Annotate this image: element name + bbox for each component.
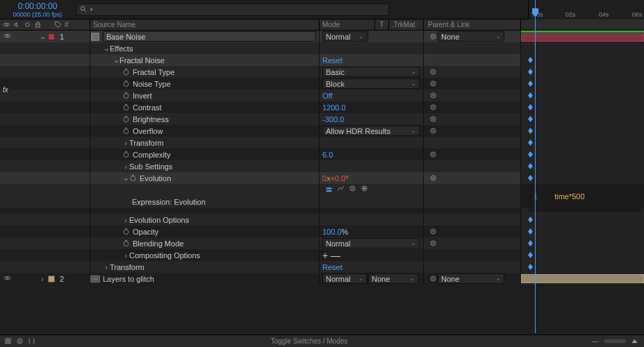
stopwatch-icon[interactable] bbox=[129, 174, 137, 182]
twirl-icon[interactable]: ⌄ bbox=[122, 174, 129, 183]
reset-link[interactable]: Reset bbox=[322, 56, 342, 65]
pickwhip-icon[interactable] bbox=[428, 33, 438, 40]
trkmat-dropdown[interactable]: None⌄ bbox=[368, 273, 418, 284]
zoom-slider[interactable] bbox=[604, 339, 625, 343]
expression-editor[interactable]: 1time*500 bbox=[528, 189, 641, 212]
layer-bar[interactable] bbox=[521, 274, 644, 283]
current-timecode[interactable]: 0:00:00:00 bbox=[3, 1, 72, 11]
frame-blend-icon[interactable] bbox=[4, 337, 12, 345]
pickwhip-icon[interactable] bbox=[428, 115, 438, 123]
stopwatch-icon[interactable] bbox=[122, 127, 130, 135]
search-input[interactable]: ▾ bbox=[76, 3, 389, 16]
pickwhip-icon[interactable] bbox=[428, 127, 438, 135]
visibility-toggle[interactable] bbox=[3, 274, 11, 283]
compositing-options-group[interactable]: Compositing Options bbox=[129, 251, 200, 260]
stopwatch-icon[interactable] bbox=[122, 80, 130, 87]
expression-graph-icon[interactable] bbox=[337, 185, 345, 192]
twirl-icon[interactable]: ⌄ bbox=[113, 56, 119, 65]
expression-enabled-icon[interactable]: 〓 bbox=[325, 185, 333, 195]
evolution-prop[interactable]: Evolution bbox=[140, 174, 171, 183]
visibility-toggle[interactable] bbox=[3, 32, 11, 41]
contrast-prop[interactable]: Contrast bbox=[133, 103, 162, 112]
opacity-value[interactable]: 100.0 bbox=[322, 228, 342, 236]
layer-duration-bar[interactable] bbox=[521, 31, 644, 33]
svg-point-74 bbox=[431, 276, 436, 281]
brightness-value[interactable]: -300.0 bbox=[322, 115, 344, 124]
stopwatch-icon[interactable] bbox=[122, 115, 130, 123]
complexity-value[interactable]: 6.0 bbox=[322, 151, 333, 159]
svg-point-36 bbox=[124, 117, 129, 122]
invert-prop[interactable]: Invert bbox=[133, 92, 152, 100]
twirl-icon[interactable]: › bbox=[122, 162, 129, 171]
stopwatch-icon[interactable] bbox=[122, 68, 130, 76]
pickwhip-icon[interactable] bbox=[428, 68, 438, 76]
evolution-degrees[interactable]: +0.0 bbox=[331, 174, 346, 183]
stopwatch-icon[interactable] bbox=[122, 239, 130, 247]
invert-value[interactable]: Off bbox=[322, 92, 332, 100]
label-color[interactable] bbox=[48, 33, 55, 40]
reset-link[interactable]: Reset bbox=[322, 263, 342, 271]
source-name-header[interactable]: Source Name bbox=[90, 19, 320, 30]
twirl-icon[interactable]: ⌄ bbox=[103, 44, 110, 53]
stopwatch-icon[interactable] bbox=[122, 228, 130, 235]
complexity-prop[interactable]: Complexity bbox=[133, 151, 170, 159]
noise-type-prop[interactable]: Noise Type bbox=[133, 80, 171, 88]
expression-label[interactable]: Expression: Evolution bbox=[132, 198, 206, 206]
overflow-prop[interactable]: Overflow bbox=[133, 127, 163, 135]
pickwhip-icon[interactable] bbox=[428, 151, 438, 158]
twirl-icon[interactable]: › bbox=[122, 216, 129, 224]
transform-group[interactable]: Transform bbox=[129, 139, 164, 147]
opacity-prop[interactable]: Opacity bbox=[133, 228, 158, 236]
stopwatch-icon[interactable] bbox=[122, 151, 130, 158]
transform-group[interactable]: Transform bbox=[110, 263, 145, 271]
motion-blur-icon[interactable] bbox=[16, 337, 24, 345]
pickwhip-icon[interactable] bbox=[428, 103, 438, 111]
pickwhip-icon[interactable] bbox=[428, 174, 438, 182]
toggle-switches-button[interactable]: Toggle Switches / Modes bbox=[271, 337, 348, 345]
effects-group[interactable]: Effects bbox=[110, 44, 133, 53]
layer-name[interactable]: Base Noise bbox=[103, 31, 316, 42]
time-ruler[interactable]: :00s 02s 04s 06s bbox=[528, 0, 644, 19]
parent-dropdown[interactable]: None⌄ bbox=[438, 273, 504, 284]
layer-bar[interactable] bbox=[521, 33, 644, 42]
pickwhip-icon[interactable] bbox=[428, 239, 438, 247]
overflow-dropdown[interactable]: Allow HDR Results⌄ bbox=[322, 126, 420, 136]
mode-dropdown[interactable]: Normal⌄ bbox=[322, 273, 367, 284]
zoom-in-icon[interactable] bbox=[631, 337, 638, 345]
twirl-icon[interactable]: ⌄ bbox=[39, 32, 46, 41]
expression-language-icon[interactable] bbox=[361, 185, 368, 192]
expression-pickwhip-icon[interactable] bbox=[349, 185, 356, 192]
pickwhip-icon[interactable] bbox=[428, 80, 438, 87]
parent-dropdown[interactable]: None⌄ bbox=[438, 31, 504, 42]
brightness-prop[interactable]: Brightness bbox=[133, 115, 169, 124]
label-color[interactable] bbox=[48, 276, 55, 282]
noise-type-dropdown[interactable]: Block⌄ bbox=[322, 78, 420, 89]
svg-point-75 bbox=[432, 278, 434, 279]
sub-settings-group[interactable]: Sub Settings bbox=[129, 162, 172, 171]
twirl-icon[interactable]: › bbox=[122, 251, 129, 260]
twirl-icon[interactable]: › bbox=[103, 263, 110, 271]
fractal-noise-effect[interactable]: Fractal Noise bbox=[119, 56, 165, 65]
twirl-icon[interactable]: › bbox=[39, 275, 46, 283]
pickwhip-icon[interactable] bbox=[428, 275, 438, 282]
parent-header: Parent & Link bbox=[424, 19, 521, 30]
svg-point-16 bbox=[124, 70, 129, 75]
stopwatch-icon[interactable] bbox=[122, 103, 130, 111]
evolution-options-group[interactable]: Evolution Options bbox=[129, 216, 189, 224]
layer-name[interactable]: Layers to glitch bbox=[103, 275, 154, 283]
twirl-icon[interactable]: › bbox=[122, 139, 129, 147]
label-header-icon bbox=[54, 21, 62, 28]
stopwatch-icon[interactable] bbox=[122, 92, 130, 99]
add-effect-button[interactable]: + — bbox=[322, 250, 340, 261]
fractal-type-prop[interactable]: Fractal Type bbox=[133, 68, 174, 76]
brackets-icon[interactable] bbox=[28, 337, 35, 345]
mode-dropdown[interactable]: Normal⌄ bbox=[322, 31, 367, 42]
pickwhip-icon[interactable] bbox=[428, 228, 438, 235]
zoom-out-button[interactable]: — bbox=[592, 337, 599, 345]
fractal-type-dropdown[interactable]: Basic⌄ bbox=[322, 67, 420, 77]
blending-mode-prop[interactable]: Blending Mode bbox=[133, 239, 183, 248]
pickwhip-icon[interactable] bbox=[428, 92, 438, 99]
contrast-value[interactable]: 1200.0 bbox=[322, 103, 346, 112]
playhead[interactable] bbox=[535, 0, 536, 333]
blending-mode-dropdown[interactable]: Normal⌄ bbox=[322, 238, 420, 248]
